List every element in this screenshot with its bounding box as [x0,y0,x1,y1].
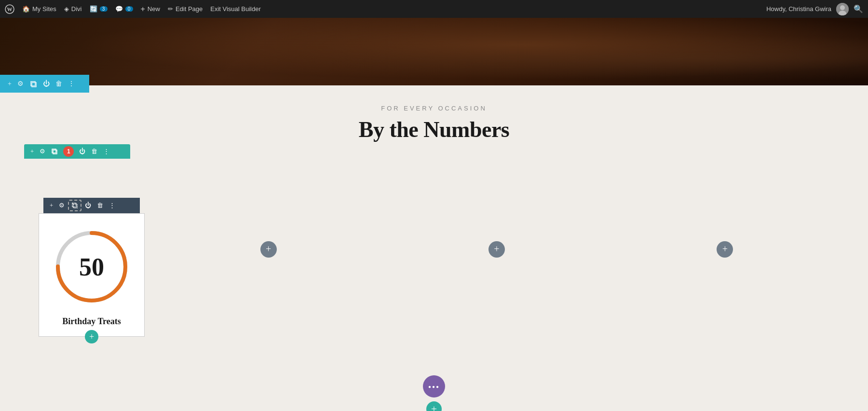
row-more-btn[interactable]: ⋮ [101,146,112,157]
section-title: By the Numbers [0,117,868,142]
section-toolbar: + ⚙ ⏻ 🗑 ⋮ [0,75,89,93]
hero-texture [0,18,868,85]
row-settings-btn[interactable]: ⚙ [37,146,48,157]
circle-chart: 50 [53,228,130,305]
column-3: + [382,162,610,337]
divi-icon: ◈ [64,5,69,13]
purple-menu-btn[interactable]: ●●● [423,375,445,397]
bottom-section: ●●● + [0,375,868,411]
row-count-badge: 1 [63,146,74,157]
svg-rect-10 [73,204,77,208]
edit-page-btn[interactable]: ✏ Edit Page [168,5,203,13]
admin-bar: W 🏠 My Sites ◈ Divi 🔄 3 💬 0 + New ✏ Edit… [0,0,868,18]
comments-btn[interactable]: 💬 0 [115,5,133,13]
module-card: + ⚙ ⏻ 🗑 ⋮ [39,198,145,337]
updates-count: 3 [100,6,108,12]
row-move-btn[interactable]: + [28,146,36,157]
module-toolbar: + ⚙ ⏻ 🗑 ⋮ [43,198,140,213]
section-delete-btn[interactable]: 🗑 [53,78,65,90]
column-4: + [611,162,839,337]
home-icon: 🏠 [22,5,30,13]
hero-image [0,18,868,85]
comments-icon: 💬 [115,5,123,13]
card-label: Birthday Treats [62,316,121,327]
exit-vb-label: Exit Visual Builder [210,5,261,13]
dots-icon: ●●● [428,384,440,389]
section-header: FOR EVERY OCCASION By the Numbers [0,105,868,142]
updates-icon: 🔄 [90,5,97,13]
green-add-section-btn[interactable]: + [426,401,442,411]
svg-point-3 [840,5,845,10]
module-more-btn[interactable]: ⋮ [107,200,118,211]
main-content: FOR EVERY OCCASION By the Numbers + ⚙ 1 … [0,85,868,411]
pencil-icon: ✏ [168,5,173,13]
add-row-in-card-btn[interactable]: + [85,330,98,343]
add-module-col2-btn[interactable]: + [260,241,277,258]
svg-rect-8 [53,150,57,154]
exit-vb-btn[interactable]: Exit Visual Builder [210,5,261,13]
module-power-btn[interactable]: ⏻ [82,200,94,211]
section-clone-btn[interactable] [27,78,40,90]
svg-rect-9 [72,203,76,207]
section-subtitle: FOR EVERY OCCASION [0,105,868,112]
my-sites-menu[interactable]: 🏠 My Sites [22,5,56,13]
new-menu[interactable]: + New [141,5,160,14]
section-more-btn[interactable]: ⋮ [65,78,78,90]
admin-bar-right: Howdy, Christina Gwira 🔍 [766,3,863,15]
updates-btn[interactable]: 🔄 3 [90,5,108,13]
comments-count: 0 [125,6,133,12]
plus-icon: + [141,5,145,14]
section-settings-btn[interactable]: ⚙ [14,78,27,90]
columns-row: + ⚙ 1 ⏻ 🗑 ⋮ + ⚙ [0,162,868,337]
column-2: + [154,162,382,337]
search-icon-btn[interactable]: 🔍 [854,4,863,14]
row-power-btn[interactable]: ⏻ [77,146,88,157]
module-delete-btn[interactable]: 🗑 [95,200,106,211]
avatar[interactable] [836,3,849,15]
divi-menu[interactable]: ◈ Divi [64,5,82,13]
my-sites-label: My Sites [32,5,56,13]
howdy-text: Howdy, Christina Gwira [766,5,831,13]
svg-text:W: W [7,6,13,12]
row-clone-btn[interactable] [49,147,60,156]
new-label: New [148,5,160,13]
circle-number: 50 [79,253,104,281]
wp-logo-btn[interactable]: W [5,4,14,14]
module-move-btn[interactable]: + [47,200,55,211]
module-settings-btn[interactable]: ⚙ [56,200,67,211]
divi-label: Divi [71,5,82,13]
row-toolbar: + ⚙ 1 ⏻ 🗑 ⋮ [24,144,130,159]
edit-page-label: Edit Page [176,5,203,13]
add-module-col3-btn[interactable]: + [488,241,505,258]
module-clone-btn[interactable] [68,200,81,211]
row-delete-btn[interactable]: 🗑 [89,146,100,157]
svg-rect-7 [52,149,56,153]
section-power-btn[interactable]: ⏻ [40,78,53,90]
section-add-btn[interactable]: + [5,78,14,90]
column-1: + ⚙ 1 ⏻ 🗑 ⋮ + ⚙ [29,162,154,337]
number-card: 50 Birthday Treats + [39,213,145,337]
add-module-col4-btn[interactable]: + [717,241,733,258]
